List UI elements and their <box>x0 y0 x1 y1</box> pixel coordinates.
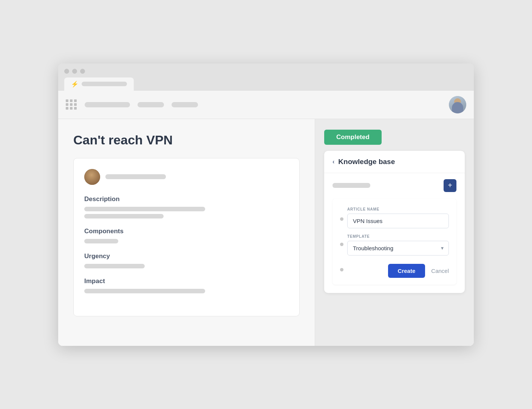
tab-bar: ⚡ <box>64 77 468 91</box>
ticket-card: Description Components Urgency Impact <box>73 158 300 316</box>
tab-lightning-icon: ⚡ <box>71 81 79 88</box>
impact-bar-1 <box>84 289 205 293</box>
impact-section: Impact <box>84 277 289 293</box>
kb-title: Knowledge base <box>338 158 395 166</box>
template-label: TEMPLATE <box>347 234 449 239</box>
description-bar-1 <box>84 207 205 211</box>
dot-3 <box>340 268 343 271</box>
kb-header: ‹ Knowledge base <box>324 151 465 173</box>
avatar[interactable] <box>449 96 466 113</box>
tab-title-placeholder <box>82 82 127 86</box>
traffic-light-close[interactable] <box>64 69 69 74</box>
main-content: Can't reach VPN Description Co <box>58 119 474 346</box>
add-article-button[interactable]: + <box>444 179 456 192</box>
kb-body: + ARTICLE NAME <box>324 173 465 293</box>
ticket-title: Can't reach VPN <box>73 133 300 147</box>
ticket-user-avatar <box>84 169 100 185</box>
urgency-label: Urgency <box>84 253 289 260</box>
right-panel: Completed ‹ Knowledge base + <box>315 119 474 346</box>
user-avatar-image <box>449 96 466 113</box>
urgency-section: Urgency <box>84 253 289 268</box>
form-actions: Create Cancel <box>347 264 449 278</box>
form-with-dots: ARTICLE NAME TEMPLATE Troubleshooting Ho… <box>340 207 449 278</box>
active-tab[interactable]: ⚡ <box>64 77 134 91</box>
form-content: ARTICLE NAME TEMPLATE Troubleshooting Ho… <box>347 207 449 278</box>
browser-controls <box>64 69 468 74</box>
grid-icon[interactable] <box>66 99 77 110</box>
traffic-light-fullscreen[interactable] <box>80 69 85 74</box>
components-bar-1 <box>84 239 118 243</box>
browser-window: ⚡ <box>58 64 474 346</box>
components-label: Components <box>84 228 289 235</box>
kb-search-row: + <box>332 179 456 192</box>
traffic-light-minimize[interactable] <box>72 69 77 74</box>
ticket-user-row <box>84 169 289 185</box>
completed-badge: Completed <box>324 130 382 145</box>
nav-link-2[interactable] <box>138 102 164 107</box>
description-bar-2 <box>84 214 164 218</box>
left-panel: Can't reach VPN Description Co <box>58 119 315 346</box>
description-section: Description <box>84 195 289 218</box>
dot-1 <box>340 217 343 221</box>
nav-left <box>66 99 198 110</box>
knowledge-base-card: ‹ Knowledge base + <box>324 151 465 293</box>
kb-back-icon[interactable]: ‹ <box>332 158 334 165</box>
article-form-card: ARTICLE NAME TEMPLATE Troubleshooting Ho… <box>332 199 456 285</box>
template-select-wrapper: Troubleshooting How-to FAQ General ▾ <box>347 241 449 256</box>
description-label: Description <box>84 195 289 203</box>
dots-column <box>340 207 343 278</box>
browser-chrome: ⚡ <box>58 64 474 91</box>
cancel-button[interactable]: Cancel <box>431 268 449 274</box>
dot-2 <box>340 243 343 246</box>
kb-search-placeholder <box>332 183 370 188</box>
article-name-input[interactable] <box>347 214 449 228</box>
ticket-user-name-placeholder <box>105 174 166 179</box>
article-name-label: ARTICLE NAME <box>347 207 449 211</box>
template-select[interactable]: Troubleshooting How-to FAQ General <box>347 241 449 256</box>
urgency-bar-1 <box>84 264 145 268</box>
components-section: Components <box>84 228 289 243</box>
nav-bar <box>58 91 474 119</box>
nav-link-1[interactable] <box>85 102 130 107</box>
create-button[interactable]: Create <box>388 264 425 278</box>
nav-link-3[interactable] <box>172 102 198 107</box>
impact-label: Impact <box>84 277 289 285</box>
